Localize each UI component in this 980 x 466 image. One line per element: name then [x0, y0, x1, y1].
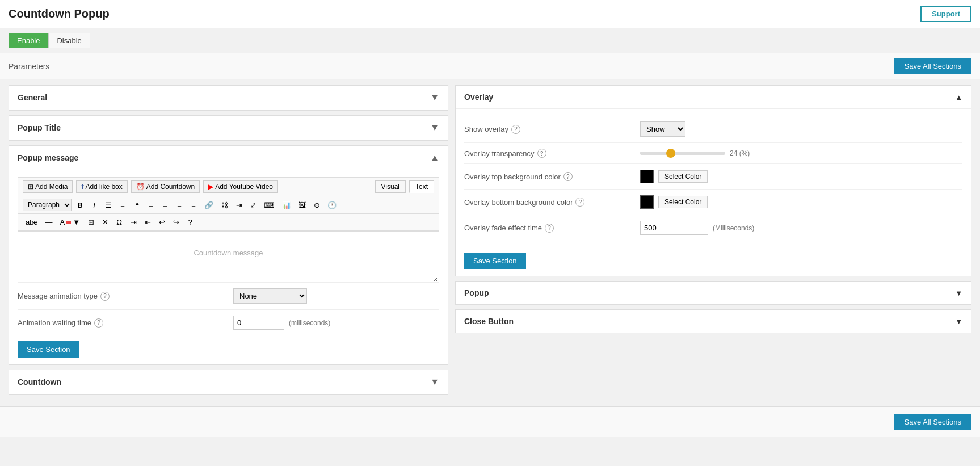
overlay-transparency-control: 24 (%) [640, 149, 962, 157]
right-column: Overlay ▲ Show overlay ? Show Hide [455, 85, 971, 333]
align-right-button[interactable]: ≡ [173, 199, 186, 211]
popup-collapsed-toggle-icon: ▼ [955, 289, 962, 297]
editor-toolbar-row1: ⊞ Add Media f Add like box ⏰ Add Countdo… [18, 178, 439, 196]
params-label: Parameters [9, 62, 49, 71]
animation-type-select[interactable]: None Fade Slide [233, 288, 307, 304]
overlay-fade-row: Overlay fade effect time ? (Milliseconds… [464, 215, 962, 241]
paragraph-select[interactable]: Paragraph [23, 199, 72, 211]
popup-title-section-title: Popup Title [18, 123, 61, 132]
show-overlay-row: Show overlay ? Show Hide [464, 116, 962, 143]
circle-timer-button[interactable]: ⊙ [310, 199, 323, 211]
text-color-button[interactable]: A▼ [57, 216, 83, 228]
add-countdown-button[interactable]: ⏰ Add Countdown [131, 180, 200, 193]
animation-waiting-control: (milliseconds) [233, 316, 439, 330]
popup-message-section-header[interactable]: Popup message ▲ [9, 146, 448, 170]
close-button-title: Close Button [464, 317, 514, 326]
keyboard-button[interactable]: ⌨ [261, 199, 277, 211]
close-button-header[interactable]: Close Button ▼ [456, 310, 971, 333]
support-button[interactable]: Support [920, 6, 971, 22]
top-bg-color-swatch[interactable] [640, 170, 654, 183]
show-overlay-select[interactable]: Show Hide [640, 121, 685, 137]
overlay-transparency-label: Overlay transparency ? [464, 149, 640, 158]
popup-title-section-header[interactable]: Popup Title ▼ [9, 116, 448, 140]
bottom-bg-color-swatch[interactable] [640, 195, 654, 209]
save-all-sections-bottom-button[interactable]: Save All Sections [894, 414, 971, 430]
transparency-slider-thumb[interactable] [666, 149, 675, 158]
indent-button[interactable]: ⇥ [233, 199, 245, 211]
general-section-title: General [18, 93, 47, 102]
close-button-section: Close Button ▼ [455, 309, 971, 333]
bottom-bg-help-icon[interactable]: ? [575, 198, 584, 207]
clock-button[interactable]: 🕐 [325, 199, 339, 211]
clear-format-button[interactable]: ✕ [99, 216, 111, 228]
show-overlay-help-icon[interactable]: ? [511, 125, 520, 134]
unlink-button[interactable]: ⛓ [218, 199, 231, 211]
overlay-fade-input[interactable] [640, 221, 708, 235]
undo-button[interactable]: ↩ [155, 216, 168, 228]
enable-button[interactable]: Enable [9, 33, 48, 48]
strikethrough-button[interactable]: abc̶ [23, 216, 40, 228]
transparency-help-icon[interactable]: ? [537, 149, 546, 158]
close-button-toggle-icon: ▼ [955, 317, 962, 326]
color-indicator [66, 221, 71, 224]
italic-button[interactable]: I [88, 199, 100, 211]
hr-button[interactable]: — [42, 216, 55, 228]
top-bar: Countdown Popup Support [0, 0, 980, 28]
ordered-list-button[interactable]: ≡ [116, 199, 129, 211]
add-youtube-button[interactable]: ▶ Add Youtube Video [203, 180, 278, 193]
overlay-top-bg-label: Overlay top background color ? [464, 172, 640, 181]
blockquote-button[interactable]: ❝ [131, 199, 143, 211]
countdown-section-header[interactable]: Countdown ▼ [9, 370, 448, 394]
disable-button[interactable]: Disable [48, 33, 90, 48]
editor-area[interactable]: Countdown message [18, 231, 439, 282]
animation-help-icon[interactable]: ? [100, 292, 110, 301]
special-char-button[interactable]: Ω [113, 216, 125, 228]
bold-button[interactable]: B [74, 199, 86, 211]
show-overlay-control: Show Hide [640, 121, 962, 137]
top-bg-help-icon[interactable]: ? [563, 172, 573, 181]
add-media-button[interactable]: ⊞ Add Media [23, 180, 73, 193]
general-section-header[interactable]: General ▼ [9, 86, 448, 110]
show-overlay-label: Show overlay ? [464, 125, 640, 134]
table-button[interactable]: ⊞ [85, 216, 97, 228]
overlay-header: Overlay ▲ [456, 86, 971, 109]
popup-title-toggle-icon: ▼ [430, 123, 439, 133]
visual-tab-button[interactable]: Visual [375, 180, 406, 193]
bottom-bg-color-select-button[interactable]: Select Color [658, 196, 708, 208]
save-all-sections-top-button[interactable]: Save All Sections [894, 58, 971, 74]
popup-message-save-button[interactable]: Save Section [18, 341, 79, 358]
enable-disable-bar: Enable Disable [0, 28, 980, 53]
overlay-fade-label: Overlay fade effect time ? [464, 224, 640, 233]
align-center-button[interactable]: ≡ [159, 199, 171, 211]
popup-collapsed-section: Popup ▼ [455, 281, 971, 305]
popup-message-toggle-icon: ▲ [430, 153, 439, 163]
transparency-slider-track[interactable] [640, 152, 725, 155]
redo-button[interactable]: ↪ [170, 216, 182, 228]
fullscreen-button[interactable]: ⤢ [247, 199, 259, 211]
editor-toolbar-row3: abc̶ — A▼ ⊞ ✕ Ω ⇥ ⇤ ↩ ↪ ? [18, 214, 439, 230]
help-format-button[interactable]: ? [184, 216, 196, 228]
top-bg-color-select-button[interactable]: Select Color [658, 170, 708, 183]
animation-waiting-input[interactable] [233, 316, 284, 330]
overlay-title: Overlay [464, 93, 493, 102]
unordered-list-button[interactable]: ☰ [102, 199, 115, 211]
justify-button[interactable]: ≡ [187, 199, 200, 211]
waiting-unit: (milliseconds) [289, 319, 330, 327]
waiting-help-icon[interactable]: ? [94, 318, 103, 328]
left-column: General ▼ Popup Title ▼ Popup message ▲ [9, 85, 448, 395]
add-like-box-button[interactable]: f Add like box [76, 180, 127, 193]
media-embed-button[interactable]: 🖼 [296, 199, 309, 211]
overlay-bottom-bg-row: Overlay bottom background color ? Select… [464, 190, 962, 215]
countdown-icon: ⏰ [136, 183, 145, 191]
fade-help-icon[interactable]: ? [545, 224, 554, 233]
popup-collapsed-header[interactable]: Popup ▼ [456, 282, 971, 304]
chart-button[interactable]: 📊 [279, 199, 294, 211]
text-tab-button[interactable]: Text [409, 180, 434, 193]
indent-more-button[interactable]: ⇥ [127, 216, 140, 228]
link-button[interactable]: 🔗 [201, 199, 216, 211]
overlay-top-bg-row: Overlay top background color ? Select Co… [464, 164, 962, 190]
align-left-button[interactable]: ≡ [145, 199, 157, 211]
overlay-save-button[interactable]: Save Section [464, 253, 526, 269]
transparency-value: 24 (%) [730, 149, 750, 157]
indent-less-button[interactable]: ⇤ [141, 216, 154, 228]
